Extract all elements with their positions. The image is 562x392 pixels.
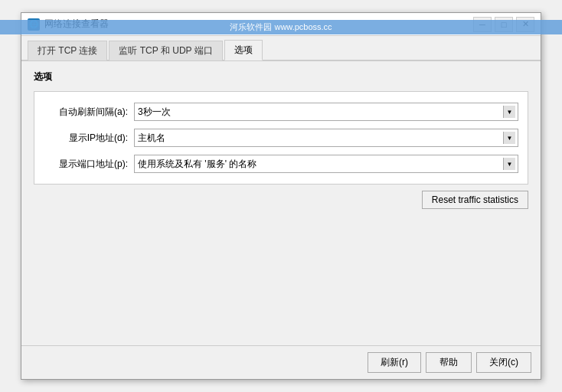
maximize-button[interactable]: □ (495, 17, 513, 32)
reset-traffic-statistics-button[interactable]: Reset traffic statistics (422, 191, 528, 209)
refresh-interval-row: 自动刷新间隔(a): 不刷新 1秒一次 2秒一次 3秒一次 5秒一次 10秒一次… (44, 103, 518, 121)
close-window-button[interactable]: ✕ (516, 17, 534, 32)
show-ip-row: 显示IP地址(d): IP地址 主机名 ▼ (44, 129, 518, 147)
app-icon: 🌐 (28, 18, 40, 31)
show-ip-select-wrapper: IP地址 主机名 ▼ (134, 129, 518, 147)
show-port-label: 显示端口地址(p): (44, 158, 128, 171)
title-bar-left: 🌐 网络连接查看器 (28, 18, 109, 31)
tab-bar: 打开 TCP 连接 监听 TCP 和 UDP 端口 选项 (21, 36, 541, 61)
refresh-interval-label: 自动刷新间隔(a): (44, 106, 128, 119)
section-title: 选项 (34, 70, 528, 83)
tab-content: 选项 自动刷新间隔(a): 不刷新 1秒一次 2秒一次 3秒一次 5秒一次 10… (21, 61, 541, 345)
show-port-select-wrapper: 端口号 使用系统及私有 '服务' 的名称 使用所有 '服务' 的名称 ▼ (134, 155, 518, 173)
footer: 刷新(r) 帮助 关闭(c) (21, 345, 541, 379)
refresh-interval-select[interactable]: 不刷新 1秒一次 2秒一次 3秒一次 5秒一次 10秒一次 (134, 103, 518, 121)
tab-monitor-tcp-udp[interactable]: 监听 TCP 和 UDP 端口 (109, 41, 222, 60)
minimize-button[interactable]: ─ (473, 17, 492, 32)
show-ip-label: 显示IP地址(d): (44, 132, 128, 145)
refresh-interval-select-wrapper: 不刷新 1秒一次 2秒一次 3秒一次 5秒一次 10秒一次 ▼ (134, 103, 518, 121)
options-group: 自动刷新间隔(a): 不刷新 1秒一次 2秒一次 3秒一次 5秒一次 10秒一次… (34, 91, 528, 185)
action-area: Reset traffic statistics (34, 185, 528, 215)
help-button[interactable]: 帮助 (426, 352, 472, 373)
window-title: 网络连接查看器 (44, 18, 109, 31)
refresh-button[interactable]: 刷新(r) (368, 352, 421, 373)
window-controls: ─ □ ✕ (473, 17, 534, 32)
show-port-select[interactable]: 端口号 使用系统及私有 '服务' 的名称 使用所有 '服务' 的名称 (134, 155, 518, 173)
title-bar: 🌐 网络连接查看器 ─ □ ✕ (21, 13, 541, 36)
close-button[interactable]: 关闭(c) (476, 352, 531, 373)
tab-open-tcp[interactable]: 打开 TCP 连接 (28, 41, 107, 60)
tab-options[interactable]: 选项 (224, 40, 263, 60)
show-ip-select[interactable]: IP地址 主机名 (134, 129, 518, 147)
spacer (34, 215, 528, 336)
show-port-row: 显示端口地址(p): 端口号 使用系统及私有 '服务' 的名称 使用所有 '服务… (44, 155, 518, 173)
main-window: 🌐 网络连接查看器 ─ □ ✕ 河乐软件园 www.pcboss.cc 打开 T… (21, 12, 541, 380)
